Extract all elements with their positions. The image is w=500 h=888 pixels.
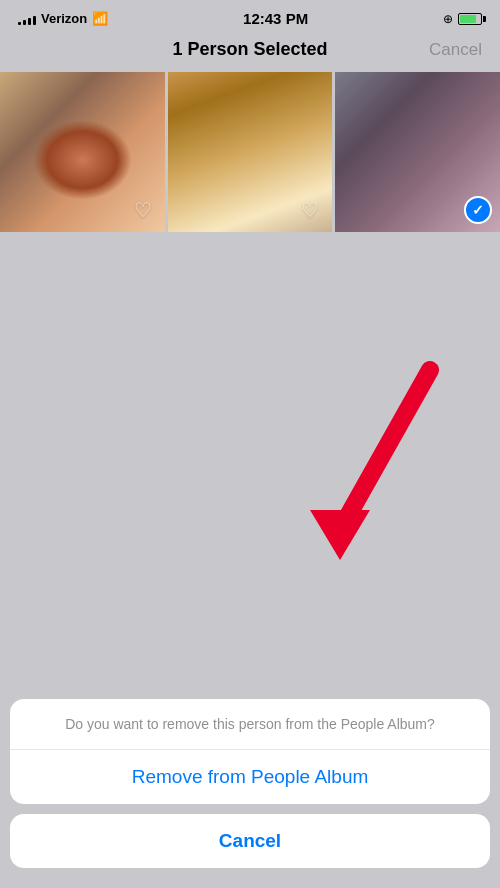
signal-bar-3	[28, 18, 31, 25]
wifi-icon: 📶	[92, 11, 108, 26]
battery-fill	[460, 15, 476, 23]
battery-icon	[458, 13, 482, 25]
page-header: 1 Person Selected Cancel	[0, 33, 500, 72]
photo-3-overlay: ✓	[464, 196, 492, 224]
photo-item-2[interactable]: ♡	[168, 72, 333, 232]
page-title: 1 Person Selected	[172, 39, 327, 60]
status-bar: Verizon 📶 12:43 PM ⊕	[0, 0, 500, 33]
photo-grid: ♡ ♡ ✓	[0, 72, 500, 235]
photo-item-1[interactable]: ♡	[0, 72, 165, 232]
selected-checkmark: ✓	[464, 196, 492, 224]
carrier-info: Verizon 📶	[18, 11, 108, 26]
empty-area	[0, 235, 500, 515]
carrier-label: Verizon	[41, 11, 87, 26]
photo-item-3[interactable]: ✓	[335, 72, 500, 232]
photo-1-overlay: ♡	[129, 196, 157, 224]
cancel-card: Cancel	[10, 814, 490, 868]
action-card: Do you want to remove this person from t…	[10, 699, 490, 804]
action-message: Do you want to remove this person from t…	[10, 699, 490, 750]
photo-2-overlay: ♡	[296, 196, 324, 224]
signal-bar-1	[18, 22, 21, 25]
signal-strength-icon	[18, 13, 36, 25]
signal-bar-2	[23, 20, 26, 25]
cancel-action-button[interactable]: Cancel	[10, 814, 490, 868]
lock-icon: ⊕	[443, 12, 453, 26]
heart-icon-2: ♡	[301, 198, 319, 222]
checkmark-icon: ✓	[472, 202, 484, 218]
svg-marker-2	[310, 510, 370, 560]
action-sheet: Do you want to remove this person from t…	[0, 699, 500, 888]
battery-area: ⊕	[443, 12, 482, 26]
signal-bar-4	[33, 16, 36, 25]
heart-icon-1: ♡	[134, 198, 152, 222]
cancel-header-button[interactable]: Cancel	[429, 40, 482, 60]
status-time: 12:43 PM	[243, 10, 308, 27]
remove-from-album-button[interactable]: Remove from People Album	[10, 750, 490, 804]
